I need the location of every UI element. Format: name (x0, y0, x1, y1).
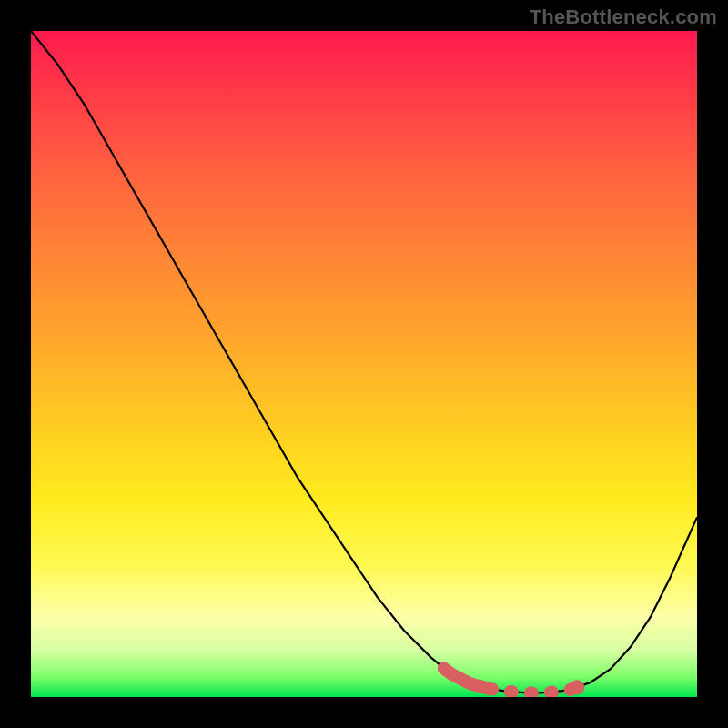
bottleneck-curve (31, 31, 697, 693)
marker-dot (570, 680, 584, 694)
optimal-range-marker (444, 668, 488, 688)
watermark-text: TheBottleneck.com (530, 5, 717, 29)
curve-svg (31, 31, 697, 697)
chart-frame: TheBottleneck.com (0, 0, 728, 728)
gradient-plot-area (31, 31, 697, 697)
